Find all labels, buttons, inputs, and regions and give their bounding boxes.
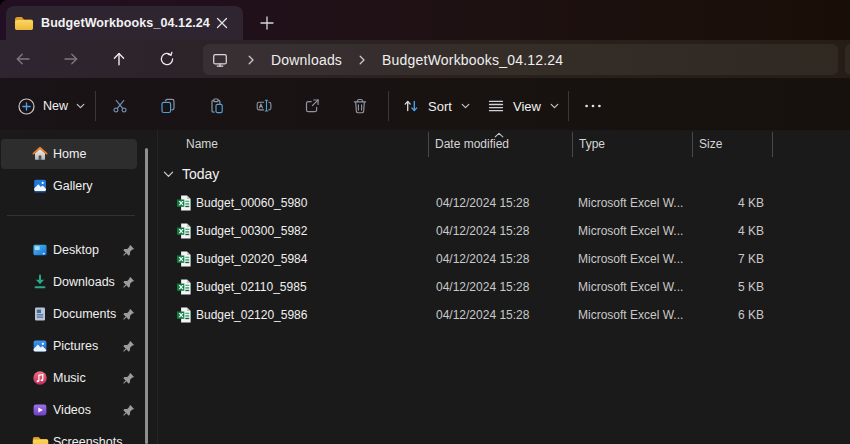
up-button[interactable] bbox=[104, 44, 134, 74]
rename-icon bbox=[256, 98, 272, 114]
view-button-label: View bbox=[513, 99, 541, 114]
column-header-row: Name Date modified Type Size bbox=[158, 131, 850, 158]
share-button[interactable] bbox=[292, 87, 331, 125]
refresh-button[interactable] bbox=[152, 44, 182, 74]
gallery-icon bbox=[32, 178, 48, 194]
sidebar-item-desktop[interactable]: Desktop bbox=[1, 235, 137, 265]
sort-button-label: Sort bbox=[428, 99, 452, 114]
sidebar-item-music[interactable]: Music bbox=[1, 363, 137, 393]
pin-icon bbox=[122, 276, 135, 289]
file-name: Budget_02110_5985 bbox=[196, 280, 307, 294]
back-arrow-icon bbox=[15, 51, 31, 67]
paste-icon bbox=[208, 98, 224, 114]
chevron-right-icon bbox=[358, 55, 366, 65]
copy-icon bbox=[160, 98, 176, 114]
breadcrumb-current-folder[interactable]: BudgetWorkbooks_04.12.24 bbox=[382, 52, 563, 68]
tab-title: BudgetWorkbooks_04.12.24 bbox=[41, 16, 211, 30]
address-bar[interactable]: Downloads BudgetWorkbooks_04.12.24 bbox=[203, 44, 838, 75]
breadcrumb-downloads[interactable]: Downloads bbox=[271, 52, 342, 68]
sort-ascending-caret-icon bbox=[494, 132, 504, 138]
sidebar-item-gallery[interactable]: Gallery bbox=[1, 171, 137, 201]
cut-button[interactable] bbox=[100, 87, 139, 125]
pin-icon bbox=[122, 404, 135, 417]
file-type: Microsoft Excel W... bbox=[578, 280, 683, 294]
forward-button[interactable] bbox=[56, 44, 86, 74]
new-tab-button[interactable] bbox=[255, 12, 279, 34]
column-separator[interactable] bbox=[772, 132, 773, 157]
sidebar-item-documents[interactable]: Documents bbox=[1, 299, 137, 329]
file-row[interactable]: Budget_02020_5984 04/12/2024 15:28 Micro… bbox=[158, 245, 850, 273]
breadcrumb-chevron-icon[interactable] bbox=[247, 55, 255, 65]
this-pc-monitor-icon bbox=[212, 52, 228, 68]
refresh-icon bbox=[159, 51, 175, 67]
pin-icon bbox=[122, 340, 135, 353]
column-header-type[interactable]: Type bbox=[579, 137, 605, 151]
home-icon bbox=[32, 146, 48, 162]
toolbar-separator bbox=[568, 91, 569, 121]
chevron-expanded-icon[interactable] bbox=[163, 171, 174, 178]
sidebar-item-home[interactable]: Home bbox=[1, 139, 137, 169]
paste-button[interactable] bbox=[196, 87, 235, 125]
new-plus-circle-icon bbox=[18, 98, 35, 115]
copy-button[interactable] bbox=[148, 87, 187, 125]
file-date-modified: 04/12/2024 15:28 bbox=[436, 280, 529, 294]
sidebar-item-pictures[interactable]: Pictures bbox=[1, 331, 137, 361]
sidebar-item-label: Desktop bbox=[53, 243, 99, 257]
file-row[interactable]: Budget_00060_5980 04/12/2024 15:28 Micro… bbox=[158, 189, 850, 217]
toolbar-separator bbox=[95, 91, 96, 121]
chevron-down-icon bbox=[550, 102, 559, 110]
column-separator[interactable] bbox=[572, 132, 573, 157]
sidebar-scrollbar[interactable] bbox=[145, 148, 148, 444]
file-type: Microsoft Excel W... bbox=[578, 252, 683, 266]
new-button[interactable]: New bbox=[8, 87, 95, 125]
explorer-tab[interactable]: BudgetWorkbooks_04.12.24 bbox=[6, 6, 243, 42]
pictures-icon bbox=[32, 338, 48, 354]
file-row[interactable]: Budget_02110_5985 04/12/2024 15:28 Micro… bbox=[158, 273, 850, 301]
chevron-right-icon bbox=[247, 55, 255, 65]
videos-icon bbox=[32, 402, 48, 418]
excel-file-icon bbox=[177, 223, 191, 239]
view-button[interactable]: View bbox=[480, 87, 567, 125]
cut-icon bbox=[112, 98, 128, 114]
plus-icon bbox=[260, 16, 274, 30]
group-label: Today bbox=[182, 166, 219, 182]
file-name: Budget_02020_5984 bbox=[196, 252, 307, 266]
breadcrumb-root[interactable] bbox=[212, 52, 228, 68]
see-more-button[interactable] bbox=[574, 87, 612, 125]
delete-button[interactable] bbox=[340, 87, 379, 125]
file-size: 7 KB bbox=[692, 252, 764, 266]
command-toolbar: New Sort View bbox=[0, 78, 850, 130]
sidebar-item-screenshots[interactable]: Screenshots bbox=[1, 427, 137, 444]
sidebar-separator bbox=[7, 215, 135, 216]
navigation-pane: Home Gallery Desktop Downloads Documents bbox=[0, 130, 157, 444]
file-explorer-window: BudgetWorkbooks_04.12.24 bbox=[0, 0, 850, 444]
excel-file-icon bbox=[177, 279, 191, 295]
breadcrumb-chevron-icon[interactable] bbox=[358, 55, 366, 65]
column-header-size[interactable]: Size bbox=[699, 137, 722, 151]
sort-button[interactable]: Sort bbox=[395, 87, 478, 125]
rename-button[interactable] bbox=[244, 87, 283, 125]
sidebar-item-label: Home bbox=[53, 147, 86, 161]
tab-close-button[interactable] bbox=[211, 12, 233, 34]
sidebar-item-label: Screenshots bbox=[53, 435, 122, 444]
file-row[interactable]: Budget_00300_5982 04/12/2024 15:28 Micro… bbox=[158, 217, 850, 245]
folder-icon bbox=[14, 15, 34, 31]
share-icon bbox=[304, 98, 320, 114]
file-size: 4 KB bbox=[692, 196, 764, 210]
file-date-modified: 04/12/2024 15:28 bbox=[436, 308, 529, 322]
pin-icon bbox=[122, 308, 135, 321]
chevron-down-icon bbox=[461, 102, 470, 110]
column-separator[interactable] bbox=[428, 132, 429, 157]
sidebar-item-videos[interactable]: Videos bbox=[1, 395, 137, 425]
excel-file-icon bbox=[177, 251, 191, 267]
file-row[interactable]: Budget_02120_5986 04/12/2024 15:28 Micro… bbox=[158, 301, 850, 329]
ellipsis-icon bbox=[583, 98, 603, 114]
sidebar-item-downloads[interactable]: Downloads bbox=[1, 267, 137, 297]
column-header-name[interactable]: Name bbox=[186, 137, 218, 151]
file-type: Microsoft Excel W... bbox=[578, 196, 683, 210]
back-button[interactable] bbox=[8, 44, 38, 74]
search-box[interactable] bbox=[845, 44, 850, 75]
chevron-down-icon bbox=[76, 102, 85, 110]
column-header-date-modified[interactable]: Date modified bbox=[435, 137, 509, 151]
column-separator[interactable] bbox=[692, 132, 693, 157]
